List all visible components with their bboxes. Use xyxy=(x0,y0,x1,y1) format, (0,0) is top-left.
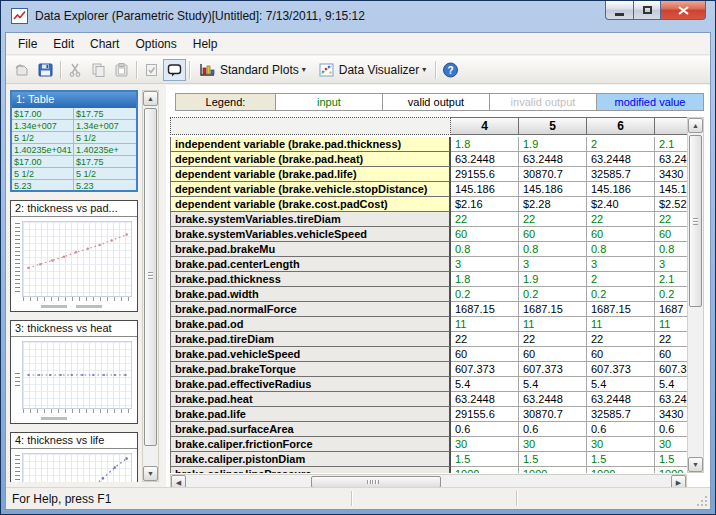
table-cell[interactable]: 3 xyxy=(587,257,655,272)
table-cell[interactable]: 1.8 xyxy=(451,137,519,152)
table-cell[interactable]: 0.6 xyxy=(587,422,655,437)
table-cell[interactable]: 60 xyxy=(519,227,587,242)
table-cell[interactable]: 0.6 xyxy=(655,422,687,437)
menu-help[interactable]: Help xyxy=(185,34,226,54)
table-cell[interactable]: 0.8 xyxy=(655,242,687,257)
table-cell[interactable]: 22 xyxy=(655,212,687,227)
row-label[interactable]: brake.pad.normalForce xyxy=(170,302,451,317)
table-cell[interactable]: 1.5 xyxy=(519,452,587,467)
scroll-up-icon[interactable]: ▲ xyxy=(688,118,703,133)
table-cell[interactable]: 2 xyxy=(587,137,655,152)
table-cell[interactable]: 30 xyxy=(519,437,587,452)
table-cell[interactable]: 60 xyxy=(451,347,519,362)
close-button[interactable] xyxy=(661,1,706,20)
table-cell[interactable]: 1.5 xyxy=(451,452,519,467)
thumbnail-2[interactable]: 2: thickness vs pad... xyxy=(10,200,138,312)
column-header-partial[interactable] xyxy=(655,117,687,135)
row-label[interactable]: brake.pad.vehicleSpeed xyxy=(170,347,451,362)
table-cell[interactable]: 1687 xyxy=(655,302,687,317)
table-cell[interactable]: 3430 xyxy=(655,167,687,182)
table-cell[interactable]: 63.2448 xyxy=(587,152,655,167)
menu-edit[interactable]: Edit xyxy=(45,34,82,54)
table-cell[interactable]: 3430 xyxy=(655,407,687,422)
table-cell[interactable]: 0.2 xyxy=(519,287,587,302)
table-cell[interactable]: 3 xyxy=(519,257,587,272)
table-corner-cell[interactable] xyxy=(170,117,451,135)
row-label[interactable]: brake.pad.tireDiam xyxy=(170,332,451,347)
table-cell[interactable]: 1000 xyxy=(655,467,687,473)
table-cell[interactable]: 0.6 xyxy=(451,422,519,437)
table-cell[interactable]: 63.2448 xyxy=(587,392,655,407)
row-label[interactable]: brake.pad.heat xyxy=(170,392,451,407)
row-label[interactable]: brake.pad.effectiveRadius xyxy=(170,377,451,392)
thumbnail-1[interactable]: 1: Table$17.00$17.751.34e+0071.34e+0075 … xyxy=(10,90,138,192)
table-cell[interactable]: 30870.7 xyxy=(519,407,587,422)
cut-button[interactable] xyxy=(64,59,87,81)
table-cell[interactable]: 30870.7 xyxy=(519,167,587,182)
table-cell[interactable]: 11 xyxy=(587,317,655,332)
row-label[interactable]: brake.pad.surfaceArea xyxy=(170,422,451,437)
table-cell[interactable]: 29155.6 xyxy=(451,407,519,422)
table-cell[interactable]: 607.373 xyxy=(519,362,587,377)
table-cell[interactable]: 607.373 xyxy=(451,362,519,377)
table-cell[interactable]: 0.2 xyxy=(655,287,687,302)
table-cell[interactable]: 1000 xyxy=(451,467,519,473)
table-cell[interactable]: 145.1 xyxy=(655,182,687,197)
thumbnail-4[interactable]: 4: thickness vs life xyxy=(10,432,138,482)
data-visualizer-button[interactable]: Data Visualizer ▾ xyxy=(312,59,433,81)
table-cell[interactable]: 30 xyxy=(655,437,687,452)
table-cell[interactable]: 145.186 xyxy=(587,182,655,197)
row-label[interactable]: brake.pad.od xyxy=(170,317,451,332)
table-cell[interactable]: 5.4 xyxy=(655,377,687,392)
table-cell[interactable]: 11 xyxy=(519,317,587,332)
table-cell[interactable]: 30 xyxy=(451,437,519,452)
table-cell[interactable]: 60 xyxy=(587,227,655,242)
column-header-6[interactable]: 6 xyxy=(587,117,655,135)
row-label[interactable]: dependent variable (brake.vehicle.stopDi… xyxy=(170,182,451,197)
table-cell[interactable]: 5.4 xyxy=(451,377,519,392)
row-label[interactable]: brake.pad.thickness xyxy=(170,272,451,287)
table-cell[interactable]: 145.186 xyxy=(451,182,519,197)
table-cell[interactable]: 0.8 xyxy=(587,242,655,257)
column-header-4[interactable]: 4 xyxy=(451,117,519,135)
table-cell[interactable]: 0.8 xyxy=(519,242,587,257)
table-cell[interactable]: 1687.15 xyxy=(451,302,519,317)
table-cell[interactable]: 60 xyxy=(655,347,687,362)
row-label[interactable]: brake.systemVariables.vehicleSpeed xyxy=(170,227,451,242)
table-cell[interactable]: 1687.15 xyxy=(587,302,655,317)
table-cell[interactable]: 0.2 xyxy=(587,287,655,302)
table-cell[interactable]: 0.8 xyxy=(451,242,519,257)
table-cell[interactable]: 60 xyxy=(655,227,687,242)
scroll-down-icon[interactable]: ▼ xyxy=(688,457,703,472)
comment-bubble-button[interactable] xyxy=(163,59,186,81)
table-cell[interactable]: 63.2448 xyxy=(451,392,519,407)
copy-button[interactable] xyxy=(87,59,110,81)
paste-button[interactable] xyxy=(110,59,133,81)
minimize-button[interactable] xyxy=(605,1,634,20)
table-cell[interactable]: 63.2448 xyxy=(451,152,519,167)
run-check-button[interactable] xyxy=(140,59,163,81)
table-cell[interactable]: 63.2448 xyxy=(519,152,587,167)
table-cell[interactable]: 5.4 xyxy=(587,377,655,392)
table-cell[interactable]: 60 xyxy=(519,347,587,362)
resize-grip-icon[interactable] xyxy=(696,495,708,507)
table-cell[interactable]: $2.16 xyxy=(451,197,519,212)
table-vscrollbar-thumb[interactable] xyxy=(689,135,702,307)
row-label[interactable]: brake.pad.brakeMu xyxy=(170,242,451,257)
table-cell[interactable]: 1.9 xyxy=(519,272,587,287)
table-cell[interactable]: 3 xyxy=(451,257,519,272)
table-cell[interactable]: 1.8 xyxy=(451,272,519,287)
table-cell[interactable]: 30 xyxy=(587,437,655,452)
table-cell[interactable]: 32585.7 xyxy=(587,167,655,182)
table-cell[interactable]: $2.40 xyxy=(587,197,655,212)
table-cell[interactable]: 11 xyxy=(451,317,519,332)
row-label[interactable]: independent variable (brake.pad.thicknes… xyxy=(170,137,451,152)
table-cell[interactable]: 63.24 xyxy=(655,152,687,167)
table-cell[interactable]: 1000 xyxy=(519,467,587,473)
save-button[interactable] xyxy=(34,59,57,81)
table-cell[interactable]: $2.52 xyxy=(655,197,687,212)
table-cell[interactable]: 29155.6 xyxy=(451,167,519,182)
row-label[interactable]: dependent variable (brake.pad.heat) xyxy=(170,152,451,167)
row-label[interactable]: brake.pad.brakeTorque xyxy=(170,362,451,377)
table-cell[interactable]: 1.9 xyxy=(519,137,587,152)
